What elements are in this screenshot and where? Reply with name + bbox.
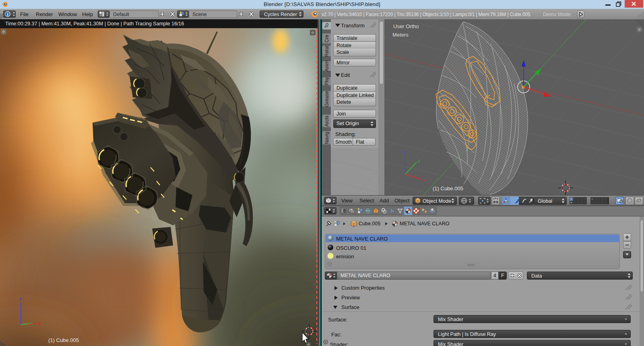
svg-text:x: x: [39, 321, 41, 326]
svg-text:User Ortho: User Ortho: [393, 23, 419, 29]
svg-text:z: z: [404, 150, 406, 154]
svg-text:i: i: [7, 12, 8, 16]
svg-text:(1) Cube.005: (1) Cube.005: [48, 337, 79, 343]
svg-text:Meters: Meters: [392, 32, 409, 38]
svg-text:y: y: [418, 158, 420, 163]
svg-text:x: x: [423, 178, 425, 183]
svg-text:(1) Cube.005: (1) Cube.005: [433, 185, 463, 192]
svg-text:z: z: [19, 296, 22, 302]
